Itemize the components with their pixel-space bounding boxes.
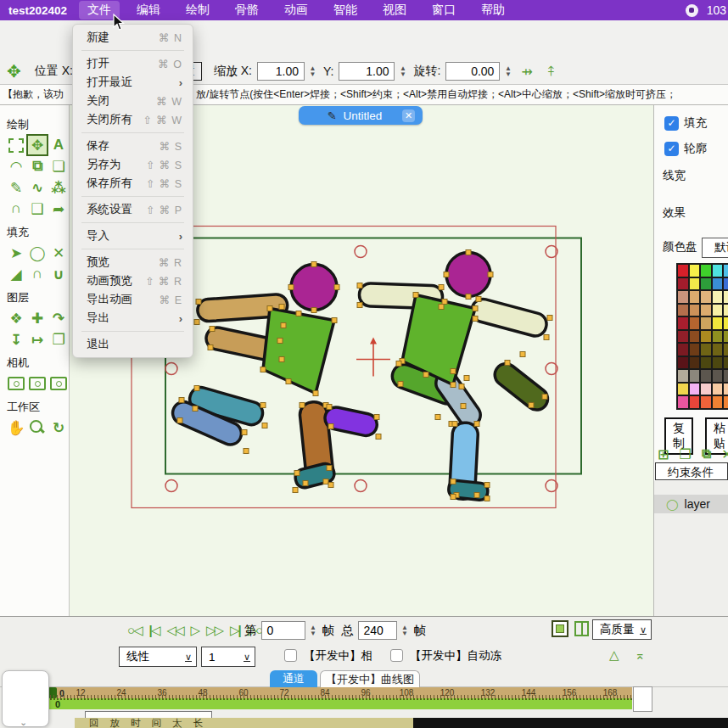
palette-swatch[interactable] (700, 316, 712, 330)
palette-swatch[interactable] (712, 383, 724, 396)
camera-zoom-tool-icon[interactable] (28, 374, 47, 393)
next-key-button[interactable]: ▷| (230, 623, 240, 638)
bridge-keyframe-icon[interactable]: ⌅ (635, 647, 646, 663)
split-view-icon[interactable] (574, 621, 589, 636)
palette-swatch[interactable] (677, 264, 689, 277)
palette-swatch[interactable] (723, 356, 728, 370)
step-select[interactable]: 1∨ (201, 647, 255, 667)
palette-swatch[interactable] (712, 356, 724, 370)
menubar-item-动画[interactable]: 动画 (276, 1, 316, 20)
figure-left[interactable] (169, 265, 337, 490)
palette-swatch[interactable] (723, 290, 728, 304)
dev-phase-checkbox[interactable] (284, 649, 297, 662)
playhead[interactable] (48, 687, 57, 698)
palette-swatch[interactable] (689, 356, 701, 370)
current-frame-spinner[interactable]: ▲▼ (308, 621, 319, 640)
menubar-item-窗口[interactable]: 窗口 (423, 1, 464, 20)
menubar-item-智能[interactable]: 智能 (325, 1, 366, 20)
create-shape-tool-icon[interactable]: ◯ (28, 244, 47, 262)
layer-row[interactable]: ◯ layer (654, 495, 728, 513)
palette-swatch[interactable] (689, 343, 701, 356)
tab-channel[interactable]: 通道 (270, 670, 317, 687)
fill-checkbox[interactable]: ✓ (664, 116, 679, 131)
palette-swatch[interactable] (723, 343, 728, 356)
layer-move-tool-icon[interactable]: ❖ (7, 309, 25, 328)
rotate-input[interactable]: 0.00 (445, 62, 500, 81)
menubar-item-骨骼[interactable]: 骨骼 (227, 1, 267, 20)
scale-y-spinner[interactable]: ▲▼ (397, 62, 408, 81)
close-tab-icon[interactable]: ✕ (402, 109, 415, 122)
menu-item-关闭[interactable]: 关闭⌘ W (73, 92, 193, 110)
prev-key-button[interactable]: |◁ (149, 623, 160, 638)
quality-select[interactable]: 高质量∨ (592, 619, 652, 640)
palette-swatch[interactable] (700, 264, 712, 277)
palette-swatch[interactable] (700, 304, 712, 317)
flip-horizontal-icon[interactable]: ⇸ (521, 64, 532, 80)
palette-swatch[interactable] (700, 369, 712, 383)
copy-layer-icon[interactable]: ❐ (679, 446, 691, 462)
scatter-tool-icon[interactable]: ⁂ (49, 178, 68, 197)
outline-checkbox[interactable]: ✓ (664, 142, 679, 156)
palette-swatch[interactable] (689, 304, 701, 317)
palette-swatch[interactable] (700, 277, 712, 291)
delete-layer-icon[interactable]: ✕ (721, 446, 728, 462)
menubar-item-绘制[interactable]: 绘制 (177, 1, 218, 20)
menu-item-关闭所有[interactable]: 关闭所有⇧ ⌘ W (73, 110, 193, 129)
palette-swatch[interactable] (689, 264, 701, 277)
menu-item-动画预览[interactable]: 动画预览⇧ ⌘ R (73, 272, 193, 290)
palette-swatch[interactable] (677, 343, 689, 356)
scale-x-spinner[interactable]: ▲▼ (307, 62, 318, 81)
add-curve-tool-icon[interactable]: A (49, 136, 68, 154)
palette-swatch[interactable] (677, 383, 689, 396)
interpolation-select[interactable]: 线性∨ (119, 647, 197, 667)
palette-swatch[interactable] (712, 264, 724, 277)
palette-swatch[interactable] (677, 395, 689, 409)
palette-swatch[interactable] (723, 330, 728, 344)
curvature-tool-icon[interactable]: ∩ (7, 199, 25, 218)
palette-swatch[interactable] (712, 395, 724, 409)
palette-swatch[interactable] (712, 290, 724, 304)
stroke-width-tool-icon[interactable]: ∩ (28, 265, 47, 283)
menu-item-预览[interactable]: 预览⌘ R (73, 253, 193, 272)
palette-swatch[interactable] (723, 277, 728, 291)
palette-swatch[interactable] (700, 343, 712, 356)
palette-swatch[interactable] (712, 343, 724, 356)
document-tab[interactable]: ✎ Untitled ✕ (299, 106, 423, 125)
palette-swatch[interactable] (689, 383, 701, 396)
constraints-header[interactable]: 约束条件 (655, 462, 728, 480)
palette-swatch[interactable] (712, 277, 724, 291)
timeline-scroll-corner[interactable] (633, 686, 652, 712)
add-layer-icon[interactable]: ⊞ (658, 446, 669, 462)
flip-vertical-icon[interactable]: ⤉ (548, 64, 554, 79)
prev-frame-button[interactable]: ◁◁ (166, 623, 182, 638)
palette-swatch[interactable] (689, 290, 701, 304)
current-frame-input[interactable]: 0 (261, 621, 305, 640)
rotate-view-tool-icon[interactable]: ↻ (49, 418, 68, 437)
palette-swatch[interactable] (723, 395, 728, 409)
palette-swatch[interactable] (689, 395, 701, 409)
color-palette[interactable] (676, 263, 728, 410)
box3d-tool-icon[interactable]: ❑ (28, 199, 47, 218)
move-tool-icon[interactable]: ✥ (7, 61, 21, 81)
palette-swatch[interactable] (723, 369, 728, 383)
menu-item-另存为[interactable]: 另存为⇧ ⌘ S (73, 155, 193, 174)
palette-swatch[interactable] (689, 277, 701, 291)
palette-swatch[interactable] (700, 290, 712, 304)
scale-x-input[interactable]: 1.00 (257, 62, 305, 81)
insert-shape-tool-icon[interactable]: ⧉ (28, 157, 47, 176)
palette-swatch[interactable] (723, 304, 728, 317)
menu-item-保存[interactable]: 保存⌘ S (73, 137, 193, 155)
origin-crosshair[interactable] (356, 338, 390, 377)
curve-profile-tool-icon[interactable]: ∪ (49, 265, 68, 283)
menubar-item-编辑[interactable]: 编辑 (128, 1, 169, 20)
solo-view-icon[interactable] (552, 620, 568, 637)
rect-shape-tool-icon[interactable]: ❏ (49, 157, 68, 176)
tab-curves[interactable]: 【开发中】曲线图 (320, 670, 420, 687)
menu-item-导入[interactable]: 导入› (73, 227, 193, 245)
select-shape-tool-icon[interactable]: ➤ (7, 244, 25, 262)
palette-swatch[interactable] (723, 383, 728, 396)
palette-swatch[interactable] (712, 304, 724, 317)
add-keyframe-icon[interactable]: △ (609, 647, 619, 663)
figure-right[interactable] (323, 253, 552, 501)
palette-swatch[interactable] (677, 290, 689, 304)
